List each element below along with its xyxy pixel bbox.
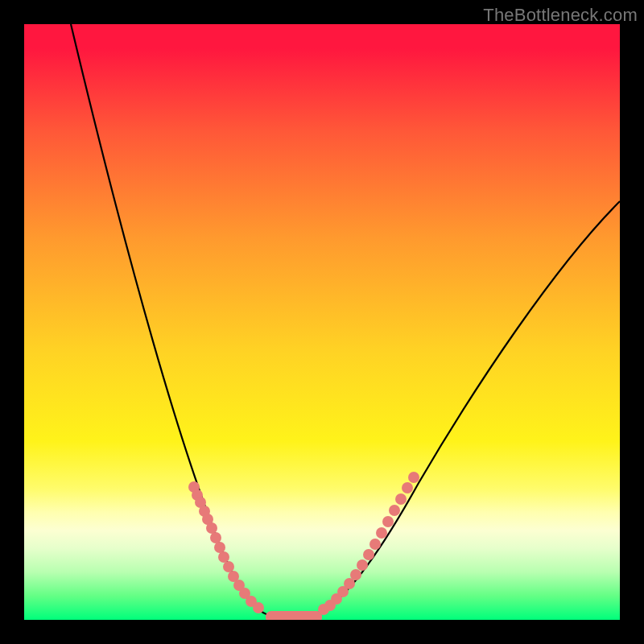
overlay-markers: [188, 472, 419, 620]
marker-dot: [210, 532, 221, 543]
marker-dot: [357, 559, 368, 571]
bottleneck-curve: [71, 24, 620, 618]
marker-dot: [253, 602, 264, 613]
chart-frame: [24, 24, 620, 620]
valley-pill: [266, 611, 322, 620]
marker-dot: [369, 539, 381, 550]
marker-dot: [223, 561, 234, 572]
marker-dot: [206, 522, 217, 534]
watermark-text: TheBottleneck.com: [483, 5, 638, 26]
marker-dot: [376, 527, 387, 539]
marker-dot: [350, 569, 361, 580]
chart-svg: [24, 24, 620, 620]
marker-dot: [218, 551, 229, 563]
marker-dot: [214, 542, 225, 553]
marker-dot: [382, 516, 394, 527]
marker-dot: [402, 482, 413, 493]
marker-dot: [363, 549, 374, 560]
marker-dot: [389, 505, 400, 516]
marker-dot: [395, 493, 407, 505]
marker-dot: [408, 472, 419, 483]
